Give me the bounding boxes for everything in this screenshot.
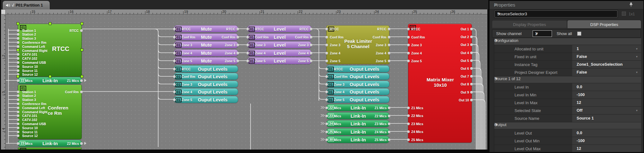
input-port[interactable] xyxy=(17,115,19,117)
property-value-cell[interactable]: -100 xyxy=(572,137,641,145)
block-level-3[interactable]: 01Zone 3LevelZone 3 xyxy=(247,41,311,48)
input-port[interactable] xyxy=(17,127,19,129)
component-selector-dropdown[interactable]: SourceSelector3 ▼ xyxy=(495,10,617,18)
input-port[interactable] xyxy=(325,99,328,101)
output-port[interactable] xyxy=(310,60,312,62)
block-level-1[interactable]: 01RTCCLevelRTCC xyxy=(247,25,311,32)
property-value-cell[interactable]: Off▼ xyxy=(572,107,641,114)
input-port[interactable] xyxy=(17,53,19,56)
output-port[interactable] xyxy=(310,44,312,46)
property-row[interactable]: Selected StateOff▼ xyxy=(494,107,641,115)
input-port[interactable] xyxy=(325,75,328,78)
input-port[interactable] xyxy=(407,60,410,62)
chevron-down-icon[interactable]: ▼ xyxy=(636,55,638,58)
selection-handle[interactable] xyxy=(17,22,19,25)
input-port[interactable] xyxy=(17,107,19,109)
selection-handle[interactable] xyxy=(49,22,51,25)
input-port[interactable] xyxy=(173,99,176,101)
output-port[interactable] xyxy=(80,79,83,82)
property-row[interactable]: Source NameSource 1 xyxy=(494,115,641,122)
property-value-cell[interactable]: 12 xyxy=(572,145,641,152)
input-port[interactable] xyxy=(17,41,19,44)
block-source-selector-rtcc[interactable]: 01Station 1Station 2Station 3Conference … xyxy=(18,24,82,77)
property-row[interactable]: Instance TagZone1_SourceSelection xyxy=(494,61,641,69)
property-value-cell[interactable]: 0.0 xyxy=(572,129,641,137)
block-output-levels-b5[interactable]: 01Zone 5Ouput Levels xyxy=(326,96,389,103)
input-port[interactable] xyxy=(325,52,328,54)
block-link-in-z2[interactable]: 23MicsLink-InZ2 Mics xyxy=(18,140,82,147)
output-port[interactable] xyxy=(237,28,239,30)
input-port[interactable] xyxy=(17,69,19,72)
block-mute-5[interactable]: 01Zone 5MuteZone 5 xyxy=(174,57,238,64)
output-port[interactable] xyxy=(310,28,312,30)
chevron-down-icon[interactable]: ▼ xyxy=(636,71,638,74)
property-value-cell[interactable]: False▼ xyxy=(572,69,641,76)
selection-handle[interactable] xyxy=(80,75,83,78)
property-row[interactable]: Level In Max12 xyxy=(494,99,641,107)
output-port[interactable] xyxy=(470,52,473,54)
property-row[interactable]: Project Designer ExportFalse▼ xyxy=(494,69,641,76)
input-port[interactable] xyxy=(407,44,410,46)
selection-handle[interactable] xyxy=(17,48,19,51)
output-port[interactable] xyxy=(470,91,473,94)
output-port[interactable] xyxy=(237,60,239,62)
property-value-cell[interactable]: Zone1_SourceSelection xyxy=(572,61,641,68)
size-1x1-checkbox[interactable] xyxy=(622,12,626,16)
block-source-selector-conference[interactable]: 01Station 1Station 2Station 3Conference … xyxy=(18,84,82,139)
tab-display-properties[interactable]: Display Properties xyxy=(492,20,567,28)
output-port[interactable] xyxy=(470,59,473,62)
input-port[interactable] xyxy=(325,83,328,86)
block-link-in-zone-3[interactable]: 24MicsLink-InZ3 Mics xyxy=(326,120,389,127)
output-port[interactable] xyxy=(310,52,312,54)
block-output-levels-a2[interactable]: 01Conf RmOuput Levels xyxy=(174,73,238,80)
output-port[interactable] xyxy=(388,107,390,109)
block-output-levels-b3[interactable]: 01Zone 3Ouput Levels xyxy=(326,81,389,88)
output-port[interactable] xyxy=(388,123,390,125)
input-port[interactable] xyxy=(17,131,19,133)
input-port[interactable] xyxy=(325,91,328,93)
input-port[interactable] xyxy=(17,33,19,36)
block-output-levels-a4[interactable]: 01Zone 4Ouput Levels xyxy=(174,88,238,95)
selection-handle[interactable] xyxy=(49,75,51,78)
output-port[interactable] xyxy=(237,52,239,54)
output-port[interactable] xyxy=(388,52,390,54)
block-output-levels-a3[interactable]: 01Zone 3Ouput Levels xyxy=(174,81,238,88)
property-value-cell[interactable]: -100 xyxy=(572,91,641,99)
block-matrix-mixer[interactable]: 01RTCCConf RmZone 3Zone 4Zone 5Z1 MicsZ2… xyxy=(408,24,472,143)
input-port[interactable] xyxy=(17,37,19,40)
block-level-4[interactable]: 01Zone 4LevelZone 4 xyxy=(247,49,311,56)
output-port[interactable] xyxy=(237,36,239,38)
input-port[interactable] xyxy=(17,61,19,64)
block-link-in-zone-5[interactable]: 30MicsLink-InZ5 Mics xyxy=(326,136,389,143)
input-port[interactable] xyxy=(325,36,328,38)
input-port[interactable] xyxy=(17,123,19,125)
output-port[interactable] xyxy=(388,115,390,117)
input-port[interactable] xyxy=(407,36,410,38)
block-link-in-z1[interactable]: 22MicsLink-InZ1 Mics xyxy=(18,77,82,84)
property-value-cell[interactable]: 0.0 xyxy=(572,83,641,91)
input-port[interactable] xyxy=(17,45,19,48)
input-port[interactable] xyxy=(407,123,410,125)
property-row[interactable]: Allocated to unit1▼ xyxy=(494,45,641,53)
input-port[interactable] xyxy=(17,65,19,68)
output-port[interactable] xyxy=(388,139,390,141)
selection-handle[interactable] xyxy=(17,75,19,78)
property-row[interactable]: Level Out0.0 xyxy=(494,129,641,137)
properties-titlebar[interactable]: Properties ✕ xyxy=(490,1,643,9)
output-port[interactable] xyxy=(470,99,473,101)
input-port[interactable] xyxy=(17,119,19,121)
block-mute-3[interactable]: 01Zone 3MuteZone 3 xyxy=(174,41,238,48)
input-port[interactable] xyxy=(325,28,328,30)
selection-handle[interactable] xyxy=(80,22,83,25)
input-port[interactable] xyxy=(173,75,176,78)
property-row[interactable]: Level In Min-100 xyxy=(494,91,641,99)
property-row[interactable]: Level In0.0 xyxy=(494,83,641,91)
show-channel-dropdown[interactable]: 1 ▼ xyxy=(533,30,552,37)
property-group-header[interactable]: Source 1 of 12▼ xyxy=(494,76,641,83)
input-port[interactable] xyxy=(17,99,19,101)
input-port[interactable] xyxy=(173,83,176,86)
property-value-cell[interactable]: False▼ xyxy=(572,53,641,60)
input-port[interactable] xyxy=(407,28,410,30)
input-port[interactable] xyxy=(325,68,328,70)
block-link-in-zone-2[interactable]: 23MicsLink-InZ2 Mics xyxy=(326,112,389,119)
